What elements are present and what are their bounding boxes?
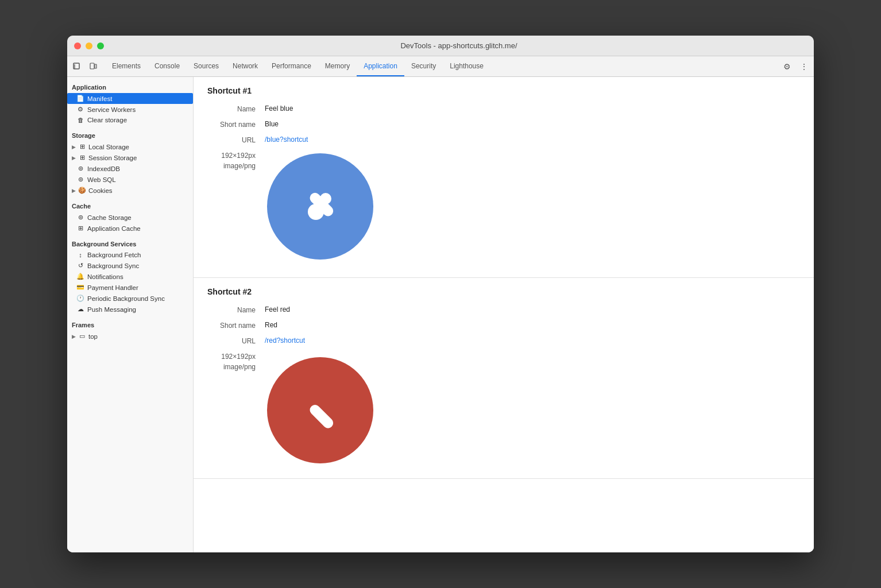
tab-performance[interactable]: Performance [265,56,318,76]
shortcut-2-short-name-row: Short name Red [207,321,800,330]
minimize-button[interactable] [86,42,92,49]
shortcut-1-url-value[interactable]: /blue?shortcut [265,136,308,144]
indexeddb-icon: ⊚ [76,165,84,172]
sidebar-item-background-sync[interactable]: ↺ Background Sync [67,260,193,271]
shortcut-2-image [265,352,375,462]
svg-rect-2 [90,63,94,69]
shortcut-2-image-meta: 192×192px image/png [207,352,265,371]
frames-section-header: Frames [67,315,193,331]
clear-storage-icon: 🗑 [76,117,84,123]
storage-section-header: Storage [67,125,193,141]
web-sql-icon: ⊚ [76,176,84,183]
shortcut-2-short-name-label: Short name [207,321,265,330]
tab-elements[interactable]: Elements [105,56,148,76]
cache-storage-icon: ⊚ [76,214,84,221]
settings-icon[interactable]: ⚙ [779,59,794,74]
sidebar-item-background-fetch[interactable]: ↕ Background Fetch [67,250,193,260]
service-workers-label: Service Workers [87,106,136,113]
background-fetch-icon: ↕ [76,252,84,258]
sidebar-item-top[interactable]: ▶ ▭ top [67,331,193,342]
expand-arrow-icon: ▶ [72,188,76,194]
shortcut-2-name-label: Name [207,305,265,314]
background-sync-icon: ↺ [76,262,84,269]
tab-memory[interactable]: Memory [318,56,357,76]
shortcut-2-url-value[interactable]: /red?shortcut [265,336,305,345]
sidebar-item-indexeddb[interactable]: ⊚ IndexedDB [67,163,193,174]
manifest-icon: 📄 [76,95,84,102]
local-storage-icon: ⊞ [78,143,86,150]
blue-circle [267,153,373,260]
content-area: Shortcut #1 Name Feel blue Short name Bl… [194,77,814,552]
shortcut-1-short-name-row: Short name Blue [207,120,800,129]
background-services-header: Background Services [67,234,193,250]
expand-arrow-icon: ▶ [72,155,76,161]
window-title: DevTools - app-shortcuts.glitch.me/ [111,41,807,50]
sidebar-item-cookies[interactable]: ▶ 🍪 Cookies [67,185,193,196]
shortcut-2-image-size: 192×192px [207,353,256,361]
periodic-sync-icon: 🕐 [76,295,84,302]
shortcut-1-url-row: URL /blue?shortcut [207,136,800,144]
shortcut-2-url-row: URL /red?shortcut [207,336,800,345]
sidebar-item-manifest[interactable]: 📄 Manifest [67,93,193,104]
device-icon[interactable] [86,59,101,74]
shortcut-1-section: Shortcut #1 Name Feel blue Short name Bl… [194,77,814,278]
expand-arrow-icon: ▶ [72,144,76,150]
shortcut-1-name-value: Feel blue [265,105,293,113]
sidebar-item-push-messaging[interactable]: ☁ Push Messaging [67,304,193,315]
svg-rect-3 [95,64,96,68]
tab-lighthouse[interactable]: Lighthouse [443,56,490,76]
tab-network[interactable]: Network [226,56,265,76]
tab-console[interactable]: Console [148,56,187,76]
sidebar-item-clear-storage[interactable]: 🗑 Clear storage [67,115,193,125]
more-options-icon[interactable]: ⋮ [797,59,812,74]
shortcut-1-image-row: 192×192px image/png [207,151,800,261]
sidebar-item-web-sql[interactable]: ⊚ Web SQL [67,174,193,185]
session-storage-icon: ⊞ [78,154,86,161]
shortcut-1-image-size: 192×192px [207,152,256,160]
sidebar-item-service-workers[interactable]: ⚙ Service Workers [67,104,193,115]
expand-arrow-icon: ▶ [72,334,76,339]
shortcut-2-name-value: Feel red [265,305,290,314]
tab-security[interactable]: Security [404,56,443,76]
shortcut-2-image-row: 192×192px image/png [207,352,800,462]
tab-sources[interactable]: Sources [187,56,226,76]
shortcut-2-name-row: Name Feel red [207,305,800,314]
frame-icon: ▭ [78,332,86,340]
tab-application[interactable]: Application [357,56,404,76]
application-section-header: Application [67,77,193,93]
shortcut-2-url-label: URL [207,336,265,345]
shortcut-1-short-name-label: Short name [207,120,265,129]
sidebar-item-cache-storage[interactable]: ⊚ Cache Storage [67,212,193,223]
shortcut-2-section: Shortcut #2 Name Feel red Short name Red… [194,278,814,479]
sidebar: Application 📄 Manifest ⚙ Service Workers… [67,77,194,552]
sidebar-item-local-storage[interactable]: ▶ ⊞ Local Storage [67,141,193,152]
red-circle [267,357,373,463]
shortcut-1-image-meta: 192×192px image/png [207,151,265,170]
shortcut-1-title: Shortcut #1 [207,86,800,95]
shortcut-1-name-label: Name [207,105,265,113]
shortcut-2-short-name-value: Red [265,321,277,329]
service-workers-icon: ⚙ [76,106,84,113]
notifications-icon: 🔔 [76,273,84,280]
sidebar-item-session-storage[interactable]: ▶ ⊞ Session Storage [67,152,193,163]
clear-storage-label: Clear storage [87,117,127,123]
maximize-button[interactable] [97,42,104,49]
shortcut-1-short-name-value: Blue [265,120,279,128]
svg-rect-7 [308,403,335,430]
cache-section-header: Cache [67,196,193,212]
push-messaging-icon: ☁ [76,305,84,313]
sidebar-item-application-cache[interactable]: ⊞ Application Cache [67,223,193,234]
cookies-icon: 🍪 [78,187,86,194]
application-cache-icon: ⊞ [76,225,84,232]
svg-point-6 [320,193,331,204]
sidebar-item-notifications[interactable]: 🔔 Notifications [67,271,193,282]
sidebar-item-payment-handler[interactable]: 💳 Payment Handler [67,282,193,293]
shortcut-1-image-type: image/png [207,162,256,170]
shortcut-2-title: Shortcut #2 [207,287,800,296]
sidebar-item-periodic-background-sync[interactable]: 🕐 Periodic Background Sync [67,293,193,304]
cursor-icon[interactable] [69,59,84,74]
close-button[interactable] [74,42,81,49]
manifest-label: Manifest [87,95,112,102]
shortcut-1-url-label: URL [207,136,265,144]
shortcut-1-image [265,151,375,261]
